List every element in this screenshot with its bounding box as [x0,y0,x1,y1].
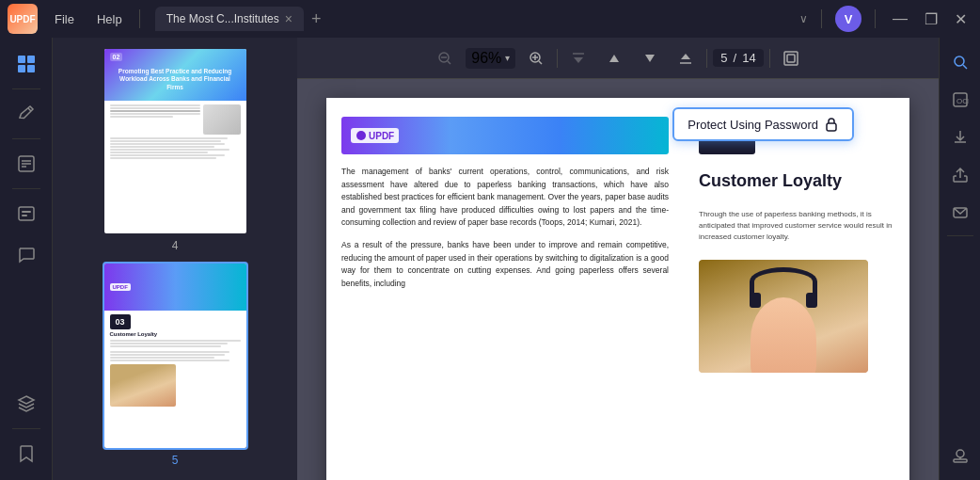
sidebar-divider-bottom [12,428,40,429]
toolbar-separator-3 [769,49,770,68]
title-bar: UPDF File Help The Most C...Institutes ×… [0,0,980,38]
comment-icon[interactable] [8,236,45,274]
stamp-icon[interactable] [943,439,977,472]
thumb-card-5[interactable]: UPDF 03 Customer Loyalty [103,262,248,450]
thumbnails-icon[interactable] [8,45,45,83]
svg-line-25 [963,65,967,69]
zoom-in-button[interactable] [521,43,551,73]
svg-rect-21 [787,55,795,62]
pdf-text-block: The management of banks' current operati… [341,166,669,290]
thumb-title-4: Promoting Best Practice and Reducing Wor… [108,55,243,95]
sidebar-divider-3 [12,188,40,189]
tab-overflow-button[interactable]: ∨ [794,10,814,27]
menu-help[interactable]: Help [87,8,132,30]
svg-rect-9 [22,211,31,213]
svg-rect-10 [22,215,27,216]
active-tab[interactable]: The Most C...Institutes × [155,7,304,31]
svg-text:OCR: OCR [956,97,969,105]
search-right-icon[interactable] [943,45,977,79]
avatar[interactable]: V [835,6,861,32]
zoom-out-button[interactable] [430,43,460,73]
zoom-value: 96% [471,50,501,67]
svg-rect-30 [954,459,967,462]
page-separator: / [734,51,737,65]
thumb-header-5: UPDF [104,264,246,311]
thumb-badge-4: 02 [110,53,123,61]
svg-line-12 [448,61,450,64]
form-icon[interactable] [8,195,45,232]
thumb-customer-loyalty-5: Customer Loyalty [110,331,241,338]
window-controls: — ❐ ✕ [887,8,972,30]
mail-icon[interactable] [943,196,977,230]
page-down-button[interactable] [635,43,665,73]
thumb-label-5: 5 [172,454,179,467]
updf-badge-icon [356,130,367,141]
thumb-body-4 [104,101,246,164]
minimize-button[interactable]: — [887,8,913,30]
edit-icon[interactable] [8,145,45,183]
export-down-icon[interactable] [943,120,977,154]
updf-badge-text: UPDF [369,131,394,141]
pdf-right-description: Through the use of paperless banking met… [699,209,894,243]
pdf-page: UPDF The management of banks' current op… [326,98,909,480]
bookmark-icon[interactable] [8,435,45,472]
svg-rect-3 [27,65,35,72]
tab-title: The Most C...Institutes [166,12,279,25]
sidebar-divider-1 [12,88,40,89]
thumb-card-4[interactable]: 02 Promoting Best Practice and Reducing … [103,47,248,235]
sidebar-divider-2 [12,138,40,139]
thumb-page-num-5: 03 [110,314,131,329]
svg-point-29 [956,450,964,457]
svg-rect-22 [827,123,836,131]
thumbnail-panel: 02 Promoting Best Practice and Reducing … [53,38,297,480]
right-sidebar-divider [947,235,973,236]
thumb-label-4: 4 [172,239,179,252]
app-body: 02 Promoting Best Practice and Reducing … [0,38,980,480]
protect-password-button[interactable]: Protect Using Password [672,107,854,141]
thumbnail-page-5[interactable]: UPDF 03 Customer Loyalty [62,262,288,467]
thumb-body-5: 03 Customer Loyalty [104,311,246,410]
svg-rect-0 [18,56,25,63]
tab-area: The Most C...Institutes × + [155,7,790,31]
tab-close-button[interactable]: × [285,11,292,26]
ocr-icon[interactable]: OCR [943,83,977,117]
page-top-button[interactable] [563,43,593,73]
customer-loyalty-title: Customer Loyalty [699,171,894,192]
lock-icon [824,117,839,132]
toolbar: 96% ▾ 5 / 14 [297,38,939,79]
close-button[interactable]: ✕ [949,8,972,30]
updf-logo: UPDF [8,4,38,34]
title-separator-2 [875,9,876,28]
toolbar-separator-1 [557,49,558,68]
svg-point-23 [356,131,366,140]
page-up-button[interactable] [599,43,629,73]
new-tab-button[interactable]: + [304,8,329,31]
zoom-dropdown-button[interactable]: ▾ [505,53,510,63]
page-bottom-button[interactable] [671,43,701,73]
pdf-left-column: UPDF The management of banks' current op… [326,98,684,480]
svg-rect-1 [27,56,35,63]
pdf-view: Protect Using Password [297,79,939,480]
maximize-button[interactable]: ❐ [919,8,943,30]
customer-image [699,260,868,373]
protect-password-label: Protect Using Password [688,118,818,132]
toolbar-separator-2 [706,49,707,68]
current-page: 5 [720,51,727,65]
pdf-right-column: 03 Customer Loyalty Through the use of p… [684,98,909,480]
main-area: 96% ▾ 5 / 14 [297,38,939,480]
svg-rect-8 [19,207,34,220]
fit-screen-button[interactable] [776,43,806,73]
pdf-paragraph-2: As a result of the pressure, banks have … [341,239,669,290]
pdf-paragraph-1: The management of banks' current operati… [341,166,669,230]
layers-icon[interactable] [8,385,45,423]
menu-file[interactable]: File [45,8,84,30]
thumb-updf-badge-5: UPDF [110,283,131,291]
pdf-header-banner: UPDF [341,117,669,154]
annotate-icon[interactable] [8,95,45,133]
svg-line-15 [539,61,542,64]
share-icon[interactable] [943,158,977,192]
thumb-header-4: 02 Promoting Best Practice and Reducing … [104,49,246,101]
svg-rect-2 [18,65,25,72]
menu-separator [139,9,140,28]
thumbnail-page-4[interactable]: 02 Promoting Best Practice and Reducing … [62,47,288,252]
